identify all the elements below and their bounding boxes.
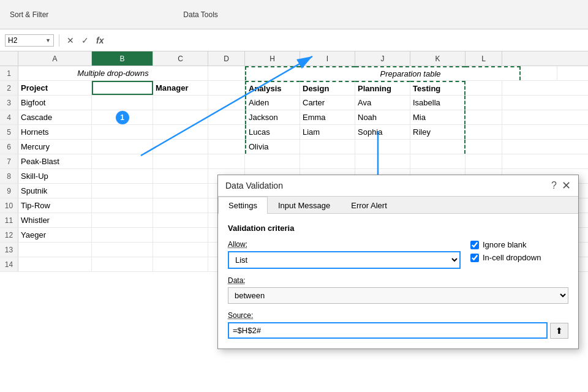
cell-i3[interactable]: Carter — [300, 96, 355, 110]
cell-c10[interactable] — [153, 198, 208, 213]
cell-i1[interactable] — [300, 66, 355, 80]
cell-k2[interactable]: Testing — [410, 81, 466, 95]
cell-j3[interactable]: Ava — [355, 96, 410, 110]
source-input[interactable] — [228, 322, 548, 339]
cell-l4[interactable] — [466, 110, 502, 124]
cell-a7[interactable]: Peak-Blast — [18, 154, 92, 168]
cell-b11[interactable] — [92, 213, 153, 227]
formula-input[interactable] — [108, 34, 583, 46]
cell-i5[interactable]: Liam — [300, 125, 355, 139]
cell-b10[interactable] — [92, 198, 153, 213]
cell-c2[interactable]: Manager — [153, 81, 208, 95]
cell-h7[interactable] — [245, 154, 300, 168]
cell-c11[interactable] — [153, 213, 208, 227]
cell-c12[interactable] — [153, 228, 208, 242]
cell-a4[interactable]: Cascade — [18, 110, 92, 124]
allow-select[interactable]: List — [228, 251, 461, 269]
cell-d2[interactable] — [208, 81, 245, 95]
col-header-b[interactable]: B — [92, 51, 153, 66]
cell-c8[interactable] — [153, 169, 208, 183]
cell-d7[interactable] — [208, 154, 245, 168]
cell-c9[interactable] — [153, 184, 208, 198]
data-validation-dialog[interactable]: Data Validation ? ✕ Settings Input Messa… — [217, 175, 579, 349]
cell-b7[interactable] — [92, 154, 153, 168]
cell-j2[interactable]: Planning — [355, 81, 410, 95]
cell-c14[interactable] — [153, 257, 208, 271]
cell-a8[interactable]: Skill-Up — [18, 169, 92, 183]
data-select[interactable]: between — [228, 287, 568, 304]
cell-c7[interactable] — [153, 154, 208, 168]
confirm-formula-button[interactable]: ✓ — [79, 36, 91, 45]
cell-a9[interactable]: Sputnik — [18, 184, 92, 198]
cell-b2[interactable] — [92, 81, 153, 95]
cell-i4[interactable]: Emma — [300, 110, 355, 124]
cell-b14[interactable] — [92, 257, 153, 271]
cell-b3[interactable] — [92, 96, 153, 110]
col-header-h[interactable]: H — [245, 51, 300, 66]
cell-k4[interactable]: Mia — [410, 110, 466, 124]
cell-c5[interactable] — [153, 125, 208, 139]
cell-c13[interactable] — [153, 243, 208, 257]
cell-k7[interactable] — [410, 154, 466, 168]
tab-input-message[interactable]: Input Message — [268, 197, 341, 214]
name-box[interactable]: H2 ▼ — [5, 34, 54, 47]
cell-l6[interactable] — [466, 140, 502, 154]
cell-h2[interactable]: Analysis — [245, 81, 300, 95]
cell-k1[interactable] — [466, 66, 521, 80]
cell-a6[interactable]: Mercury — [18, 140, 92, 154]
col-header-a[interactable]: A — [18, 51, 92, 66]
cell-k3[interactable]: Isabella — [410, 96, 466, 110]
cell-c3[interactable] — [153, 96, 208, 110]
tab-error-alert[interactable]: Error Alert — [341, 197, 398, 214]
cell-k5[interactable]: Riley — [410, 125, 466, 139]
cell-a5[interactable]: Hornets — [18, 125, 92, 139]
cell-a1[interactable]: Multiple drop-downs — [18, 66, 208, 80]
cell-h4[interactable]: Jackson — [245, 110, 300, 124]
ignore-blank-checkbox[interactable] — [470, 241, 479, 249]
cell-b4[interactable]: 1 — [92, 110, 153, 124]
source-picker-button[interactable]: ⬆ — [550, 323, 568, 339]
cell-d5[interactable] — [208, 125, 245, 139]
cell-a11[interactable]: Whistler — [18, 213, 92, 227]
cell-d4[interactable] — [208, 110, 245, 124]
col-header-d[interactable]: D — [208, 51, 245, 66]
cell-b12[interactable] — [92, 228, 153, 242]
cell-b6[interactable] — [92, 140, 153, 154]
cell-l2[interactable] — [466, 81, 502, 95]
cell-a2[interactable]: Project — [18, 81, 92, 95]
cell-b13[interactable] — [92, 243, 153, 257]
help-button[interactable]: ? — [551, 180, 557, 191]
cell-h5[interactable]: Lucas — [245, 125, 300, 139]
close-button[interactable]: ✕ — [562, 180, 571, 191]
cell-i2[interactable]: Design — [300, 81, 355, 95]
cell-j6[interactable] — [355, 140, 410, 154]
cell-b5[interactable] — [92, 125, 153, 139]
cell-a14[interactable] — [18, 257, 92, 271]
fx-button[interactable]: fx — [94, 36, 106, 45]
cell-a13[interactable] — [18, 243, 92, 257]
cell-a10[interactable]: Tip-Row — [18, 198, 92, 213]
cell-h3[interactable]: Aiden — [245, 96, 300, 110]
cell-d3[interactable] — [208, 96, 245, 110]
cell-d6[interactable] — [208, 140, 245, 154]
cell-h6[interactable]: Olivia — [245, 140, 300, 154]
col-header-k[interactable]: K — [410, 51, 466, 66]
cell-b8[interactable] — [92, 169, 153, 183]
cell-l7[interactable] — [466, 154, 502, 168]
tab-settings[interactable]: Settings — [218, 197, 268, 214]
cell-b9[interactable] — [92, 184, 153, 198]
cell-j1-merged[interactable]: Preparation table — [355, 66, 466, 80]
cell-i7[interactable] — [300, 154, 355, 168]
cell-d1[interactable] — [208, 66, 245, 80]
cell-l3[interactable] — [466, 96, 502, 110]
cell-h1[interactable] — [245, 66, 300, 80]
col-header-c[interactable]: C — [153, 51, 208, 66]
col-header-j[interactable]: J — [355, 51, 410, 66]
cell-j7[interactable] — [355, 154, 410, 168]
cell-a3[interactable]: Bigfoot — [18, 96, 92, 110]
cell-j4[interactable]: Noah — [355, 110, 410, 124]
col-header-i[interactable]: I — [300, 51, 355, 66]
cell-c4[interactable] — [153, 110, 208, 124]
cell-l5[interactable] — [466, 125, 502, 139]
cell-l1[interactable] — [521, 66, 557, 80]
